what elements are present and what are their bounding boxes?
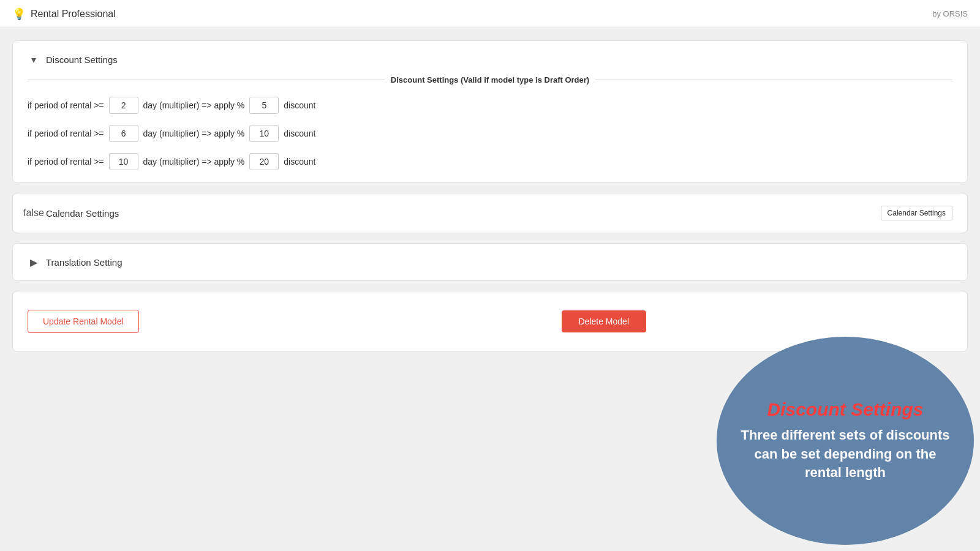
calendar-chevron-icon[interactable]: false xyxy=(28,207,40,219)
discount-row-3: if period of rental >= day (multiplier) … xyxy=(28,153,952,170)
discount-row-1-middle: day (multiplier) => apply % xyxy=(143,100,245,110)
discount-row-2-percent-input[interactable] xyxy=(249,125,279,142)
tooltip-body: Three different sets of discounts can be… xyxy=(735,426,956,482)
translation-section-header[interactable]: ▶ Translation Setting xyxy=(28,256,952,268)
discount-row-1-suffix: discount xyxy=(284,100,315,110)
divider-line-left xyxy=(28,80,385,80)
discount-row-1-percent-input[interactable] xyxy=(249,97,279,114)
discount-divider: Discount Settings (Valid if model type i… xyxy=(28,75,952,84)
tooltip-bubble: Discount Settings Three different sets o… xyxy=(717,337,974,545)
discount-row-2-middle: day (multiplier) => apply % xyxy=(143,129,245,138)
divider-line-right xyxy=(595,80,952,80)
discount-row-3-percent-input[interactable] xyxy=(249,153,279,170)
discount-divider-label: Discount Settings (Valid if model type i… xyxy=(391,75,589,84)
discount-row-1: if period of rental >= day (multiplier) … xyxy=(28,97,952,114)
calendar-section-header[interactable]: false Calendar Settings xyxy=(28,207,119,219)
discount-settings-card: ▾ Discount Settings Discount Settings (V… xyxy=(12,40,968,183)
app-header: 💡 Rental Professional by ORSIS xyxy=(0,0,980,28)
translation-settings-card: ▶ Translation Setting xyxy=(12,243,968,281)
delete-model-button[interactable]: Delete Model xyxy=(562,310,647,332)
discount-section-header[interactable]: ▾ Discount Settings xyxy=(28,53,952,66)
translation-section-title: Translation Setting xyxy=(46,257,123,268)
calendar-settings-card: false Calendar Settings Calendar Setting… xyxy=(12,193,968,233)
discount-chevron-icon[interactable]: ▾ xyxy=(28,53,40,66)
calendar-section-title: Calendar Settings xyxy=(46,208,119,219)
discount-row-1-period: if period of rental >= xyxy=(28,100,104,110)
discount-row-2-period: if period of rental >= xyxy=(28,129,104,138)
discount-row-1-days-input[interactable] xyxy=(109,97,138,114)
discount-row-3-suffix: discount xyxy=(284,157,315,167)
main-content: ▾ Discount Settings Discount Settings (V… xyxy=(0,28,980,364)
discount-row-3-period: if period of rental >= xyxy=(28,157,104,167)
app-title: Rental Professional xyxy=(31,9,116,20)
discount-row-2: if period of rental >= day (multiplier) … xyxy=(28,125,952,142)
discount-row-3-middle: day (multiplier) => apply % xyxy=(143,157,245,167)
discount-row-2-suffix: discount xyxy=(284,129,315,138)
discount-section-title: Discount Settings xyxy=(46,54,118,65)
calendar-settings-button[interactable]: Calendar Settings xyxy=(881,206,952,220)
discount-row-2-days-input[interactable] xyxy=(109,125,138,142)
discount-row-3-days-input[interactable] xyxy=(109,153,138,170)
bulb-icon: 💡 xyxy=(12,7,26,21)
header-left: 💡 Rental Professional xyxy=(12,7,116,21)
header-byline: by ORSIS xyxy=(932,9,968,18)
tooltip-title: Discount Settings xyxy=(767,399,923,420)
translation-chevron-icon[interactable]: ▶ xyxy=(28,256,40,268)
update-rental-model-button[interactable]: Update Rental Model xyxy=(28,310,139,333)
